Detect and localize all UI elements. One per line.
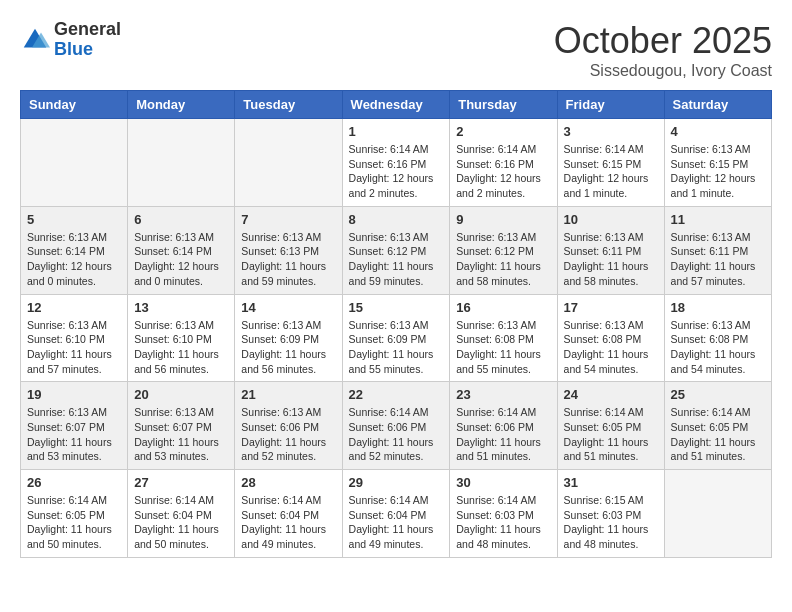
day-info: Sunrise: 6:13 AM Sunset: 6:08 PM Dayligh… [564,318,658,377]
day-info: Sunrise: 6:14 AM Sunset: 6:06 PM Dayligh… [456,405,550,464]
day-info: Sunrise: 6:13 AM Sunset: 6:10 PM Dayligh… [27,318,121,377]
day-info: Sunrise: 6:14 AM Sunset: 6:04 PM Dayligh… [134,493,228,552]
day-info: Sunrise: 6:14 AM Sunset: 6:15 PM Dayligh… [564,142,658,201]
weekday-header: Tuesday [235,91,342,119]
day-number: 9 [456,212,550,227]
calendar-cell: 18Sunrise: 6:13 AM Sunset: 6:08 PM Dayli… [664,294,771,382]
day-info: Sunrise: 6:14 AM Sunset: 6:05 PM Dayligh… [671,405,765,464]
day-number: 18 [671,300,765,315]
calendar-week-row: 1Sunrise: 6:14 AM Sunset: 6:16 PM Daylig… [21,119,772,207]
day-number: 16 [456,300,550,315]
calendar-cell: 25Sunrise: 6:14 AM Sunset: 6:05 PM Dayli… [664,382,771,470]
weekday-header: Friday [557,91,664,119]
logo-text: General Blue [54,20,121,60]
calendar-table: SundayMondayTuesdayWednesdayThursdayFrid… [20,90,772,558]
day-number: 7 [241,212,335,227]
day-number: 11 [671,212,765,227]
day-info: Sunrise: 6:13 AM Sunset: 6:08 PM Dayligh… [456,318,550,377]
day-info: Sunrise: 6:13 AM Sunset: 6:10 PM Dayligh… [134,318,228,377]
day-number: 21 [241,387,335,402]
calendar-cell: 31Sunrise: 6:15 AM Sunset: 6:03 PM Dayli… [557,470,664,558]
day-number: 13 [134,300,228,315]
logo-icon [20,25,50,55]
day-info: Sunrise: 6:13 AM Sunset: 6:07 PM Dayligh… [27,405,121,464]
day-number: 4 [671,124,765,139]
calendar-cell: 14Sunrise: 6:13 AM Sunset: 6:09 PM Dayli… [235,294,342,382]
calendar-week-row: 12Sunrise: 6:13 AM Sunset: 6:10 PM Dayli… [21,294,772,382]
day-info: Sunrise: 6:14 AM Sunset: 6:06 PM Dayligh… [349,405,444,464]
calendar-cell: 16Sunrise: 6:13 AM Sunset: 6:08 PM Dayli… [450,294,557,382]
day-number: 27 [134,475,228,490]
calendar-cell: 24Sunrise: 6:14 AM Sunset: 6:05 PM Dayli… [557,382,664,470]
day-number: 20 [134,387,228,402]
calendar-week-row: 5Sunrise: 6:13 AM Sunset: 6:14 PM Daylig… [21,206,772,294]
day-number: 6 [134,212,228,227]
day-number: 22 [349,387,444,402]
day-info: Sunrise: 6:13 AM Sunset: 6:14 PM Dayligh… [27,230,121,289]
calendar-cell: 19Sunrise: 6:13 AM Sunset: 6:07 PM Dayli… [21,382,128,470]
day-info: Sunrise: 6:13 AM Sunset: 6:12 PM Dayligh… [456,230,550,289]
calendar-cell: 4Sunrise: 6:13 AM Sunset: 6:15 PM Daylig… [664,119,771,207]
calendar-cell: 30Sunrise: 6:14 AM Sunset: 6:03 PM Dayli… [450,470,557,558]
calendar-cell: 7Sunrise: 6:13 AM Sunset: 6:13 PM Daylig… [235,206,342,294]
calendar-cell [664,470,771,558]
day-info: Sunrise: 6:14 AM Sunset: 6:16 PM Dayligh… [349,142,444,201]
title-section: October 2025 Sissedougou, Ivory Coast [554,20,772,80]
calendar-cell: 3Sunrise: 6:14 AM Sunset: 6:15 PM Daylig… [557,119,664,207]
weekday-header: Thursday [450,91,557,119]
weekday-header: Wednesday [342,91,450,119]
calendar-cell: 20Sunrise: 6:13 AM Sunset: 6:07 PM Dayli… [128,382,235,470]
calendar-cell: 29Sunrise: 6:14 AM Sunset: 6:04 PM Dayli… [342,470,450,558]
day-number: 28 [241,475,335,490]
month-title: October 2025 [554,20,772,62]
day-number: 31 [564,475,658,490]
day-info: Sunrise: 6:14 AM Sunset: 6:05 PM Dayligh… [27,493,121,552]
day-info: Sunrise: 6:13 AM Sunset: 6:14 PM Dayligh… [134,230,228,289]
day-number: 5 [27,212,121,227]
day-number: 3 [564,124,658,139]
calendar-cell: 10Sunrise: 6:13 AM Sunset: 6:11 PM Dayli… [557,206,664,294]
calendar-cell: 15Sunrise: 6:13 AM Sunset: 6:09 PM Dayli… [342,294,450,382]
day-number: 30 [456,475,550,490]
day-info: Sunrise: 6:15 AM Sunset: 6:03 PM Dayligh… [564,493,658,552]
day-info: Sunrise: 6:14 AM Sunset: 6:04 PM Dayligh… [349,493,444,552]
calendar-cell: 11Sunrise: 6:13 AM Sunset: 6:11 PM Dayli… [664,206,771,294]
calendar-cell: 8Sunrise: 6:13 AM Sunset: 6:12 PM Daylig… [342,206,450,294]
day-number: 1 [349,124,444,139]
day-info: Sunrise: 6:14 AM Sunset: 6:04 PM Dayligh… [241,493,335,552]
calendar-cell [21,119,128,207]
logo-blue: Blue [54,39,93,59]
calendar-cell: 2Sunrise: 6:14 AM Sunset: 6:16 PM Daylig… [450,119,557,207]
day-info: Sunrise: 6:13 AM Sunset: 6:09 PM Dayligh… [241,318,335,377]
logo-general: General [54,19,121,39]
day-info: Sunrise: 6:13 AM Sunset: 6:13 PM Dayligh… [241,230,335,289]
calendar-cell: 6Sunrise: 6:13 AM Sunset: 6:14 PM Daylig… [128,206,235,294]
day-number: 8 [349,212,444,227]
calendar-cell: 23Sunrise: 6:14 AM Sunset: 6:06 PM Dayli… [450,382,557,470]
calendar-cell [128,119,235,207]
calendar-week-row: 26Sunrise: 6:14 AM Sunset: 6:05 PM Dayli… [21,470,772,558]
weekday-header: Monday [128,91,235,119]
day-number: 15 [349,300,444,315]
day-number: 17 [564,300,658,315]
day-number: 26 [27,475,121,490]
weekday-header: Sunday [21,91,128,119]
calendar-cell: 13Sunrise: 6:13 AM Sunset: 6:10 PM Dayli… [128,294,235,382]
day-info: Sunrise: 6:13 AM Sunset: 6:15 PM Dayligh… [671,142,765,201]
day-info: Sunrise: 6:13 AM Sunset: 6:09 PM Dayligh… [349,318,444,377]
day-number: 14 [241,300,335,315]
day-info: Sunrise: 6:14 AM Sunset: 6:03 PM Dayligh… [456,493,550,552]
weekday-header: Saturday [664,91,771,119]
calendar-cell: 26Sunrise: 6:14 AM Sunset: 6:05 PM Dayli… [21,470,128,558]
day-info: Sunrise: 6:13 AM Sunset: 6:12 PM Dayligh… [349,230,444,289]
calendar-cell: 9Sunrise: 6:13 AM Sunset: 6:12 PM Daylig… [450,206,557,294]
day-info: Sunrise: 6:13 AM Sunset: 6:06 PM Dayligh… [241,405,335,464]
day-info: Sunrise: 6:14 AM Sunset: 6:16 PM Dayligh… [456,142,550,201]
day-info: Sunrise: 6:13 AM Sunset: 6:07 PM Dayligh… [134,405,228,464]
calendar-cell: 28Sunrise: 6:14 AM Sunset: 6:04 PM Dayli… [235,470,342,558]
day-info: Sunrise: 6:13 AM Sunset: 6:11 PM Dayligh… [564,230,658,289]
day-number: 2 [456,124,550,139]
day-number: 24 [564,387,658,402]
day-info: Sunrise: 6:13 AM Sunset: 6:11 PM Dayligh… [671,230,765,289]
calendar-cell: 5Sunrise: 6:13 AM Sunset: 6:14 PM Daylig… [21,206,128,294]
